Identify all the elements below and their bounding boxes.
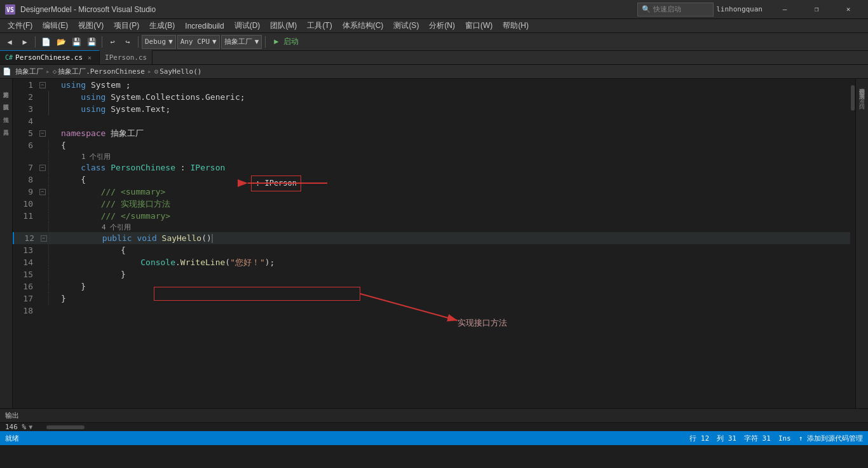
code-line-16: 16 } [13, 280, 850, 292]
sidebar-icon-2[interactable]: 团队资源 [1, 94, 12, 106]
h-scrollbar-track[interactable] [40, 425, 865, 430]
project-dropdown[interactable]: 抽象工厂 ▼ [221, 35, 262, 49]
line-code-8: { [61, 174, 850, 186]
line-code-6: { [61, 139, 850, 151]
menu-debug[interactable]: 调试(D) [229, 19, 266, 32]
restore-button[interactable]: ❐ [802, 0, 831, 19]
line-code-7: class PersonChinese : IPerson [61, 162, 850, 174]
fold-5[interactable]: − [39, 130, 48, 137]
platform-label: Any CPU [180, 38, 210, 46]
breadcrumb-bar: 📄 抽象工厂 ▸ ◇ 抽象工厂.PersonChinese ▸ ⚙ SayHel… [0, 65, 868, 79]
redo-button[interactable]: ↪ [121, 35, 135, 49]
tab-iperson[interactable]: IPerson.cs [100, 50, 153, 64]
line-code-15: } [61, 268, 850, 280]
method-name: SayHello [162, 233, 202, 243]
line-num-15: 15 [15, 268, 39, 280]
kw-ns: namespace [61, 128, 105, 138]
menu-team[interactable]: 团队(M) [265, 19, 302, 32]
status-bar: 就绪 行 12 列 31 字符 31 Ins ↑ 添加到源代码管理 [0, 431, 868, 445]
new-file-button[interactable]: 📄 [39, 35, 53, 49]
fold-btn-9[interactable]: − [39, 189, 46, 195]
h-scrollbar-thumb[interactable] [46, 425, 85, 429]
menu-help[interactable]: 帮助(H) [498, 19, 534, 32]
breadcrumb-item-2[interactable]: 抽象工厂.PersonChinese [58, 67, 145, 76]
menu-build[interactable]: 生成(B) [144, 19, 180, 32]
menu-tools[interactable]: 工具(T) [302, 19, 337, 32]
tab-icon-1: C# [5, 54, 13, 61]
zoom-level: 146 % [5, 423, 26, 431]
config-dropdown[interactable]: Debug ▼ [142, 35, 176, 49]
h-scrollbar-area: 146 % ▼ [0, 422, 868, 431]
line-num-14: 14 [15, 256, 39, 268]
tab-label-1: PersonChinese.cs [15, 53, 83, 62]
open-button[interactable]: 📂 [54, 35, 68, 49]
menu-analyze[interactable]: 分析(N) [424, 19, 460, 32]
ref-count-label-12[interactable]: 4 个引用 [61, 221, 850, 233]
kw-using-2: using [81, 92, 105, 102]
menu-project[interactable]: 项目(P) [109, 19, 144, 32]
fold-btn-5[interactable]: − [39, 130, 46, 137]
fold-7[interactable]: − [39, 165, 48, 171]
sidebar-icon-4[interactable]: 工具箱 [1, 120, 12, 131]
ref-count-label-7[interactable]: 1 个引用 [61, 151, 850, 163]
fold-btn-7[interactable]: − [39, 165, 46, 171]
breadcrumb-item-3[interactable]: SayHello() [159, 67, 201, 76]
ns-2: System.Collections.Generic [111, 92, 240, 102]
menu-incredibuild[interactable]: Incredibuild [180, 20, 229, 32]
tab-close-1[interactable]: ✕ [85, 53, 94, 62]
menu-edit[interactable]: 编辑(E) [37, 19, 73, 32]
menu-window[interactable]: 窗口(W) [460, 19, 498, 32]
sidebar-icon-3[interactable]: 属性 [1, 107, 12, 118]
breadcrumb-item-1[interactable]: 抽象工厂 [15, 67, 43, 76]
guide-7 [48, 162, 61, 174]
fold-1[interactable]: − [39, 82, 48, 88]
line-num-3: 3 [15, 103, 39, 115]
editor-scrollbar[interactable] [850, 79, 855, 408]
code-editor[interactable]: 1 − using System ; 2 [13, 79, 850, 408]
window-title: DesignerModel - Microsoft Visual Studio [20, 5, 156, 14]
line-num-16: 16 [15, 280, 39, 292]
ns-3: System.Text [111, 104, 165, 114]
code-line-8: 8 { [13, 174, 850, 186]
class-name: PersonChinese [111, 163, 175, 172]
guide-3 [48, 103, 61, 115]
fold-btn-1[interactable]: − [39, 82, 46, 88]
code-line-14: 14 Console.WriteLine("您好！"); [13, 256, 850, 268]
code-line-2: 2 using System.Collections.Generic; [13, 91, 850, 103]
undo-button[interactable]: ↩ [105, 35, 119, 49]
fold-btn-12[interactable]: − [41, 235, 47, 242]
sidebar-icon-1[interactable]: 解决方案 [1, 81, 12, 93]
back-button[interactable]: ◀ [3, 35, 17, 49]
guide-14 [48, 256, 61, 268]
save-button[interactable]: 💾 [69, 35, 83, 49]
line-num-8: 8 [15, 174, 39, 186]
line-num-9: 9 [15, 186, 39, 198]
brace-16: } [81, 282, 86, 291]
save-all-button[interactable]: 💾 [85, 35, 98, 49]
title-bar-right: 🔍 快速启动 linhongquan — ❐ ✕ [637, 0, 863, 19]
code-line-17: 17 } [13, 292, 850, 305]
zoom-dropdown[interactable]: ▼ [29, 423, 32, 430]
editor-content: 1 − using System ; 2 [13, 79, 855, 408]
fold-9[interactable]: − [39, 189, 48, 195]
menu-file[interactable]: 文件(F) [3, 19, 37, 32]
menu-arch[interactable]: 体系结构(C) [337, 19, 389, 32]
kw-void: void [137, 233, 156, 243]
fold-12[interactable]: − [41, 235, 50, 242]
close-button[interactable]: ✕ [834, 0, 863, 19]
code-line-4: 4 [13, 115, 850, 127]
menu-view[interactable]: 视图(V) [73, 19, 109, 32]
quick-launch-box[interactable]: 🔍 快速启动 [637, 3, 714, 17]
menu-test[interactable]: 测试(S) [388, 19, 424, 32]
comment-11: /// </summary> [101, 211, 171, 221]
guide-17 [48, 292, 61, 305]
forward-button[interactable]: ▶ [18, 35, 32, 49]
platform-dropdown[interactable]: Any CPU ▼ [177, 35, 220, 49]
minimize-button[interactable]: — [770, 0, 799, 19]
scrollbar-thumb[interactable] [851, 85, 855, 111]
tab-person-chinese[interactable]: C# PersonChinese.cs ✕ [0, 50, 100, 64]
ns-system-1: System [91, 80, 121, 90]
run-button[interactable]: ▶ 启动 [269, 35, 303, 49]
toolbar-sep-3 [138, 36, 139, 48]
status-source-control[interactable]: ↑ 添加到源代码管理 [799, 434, 863, 443]
